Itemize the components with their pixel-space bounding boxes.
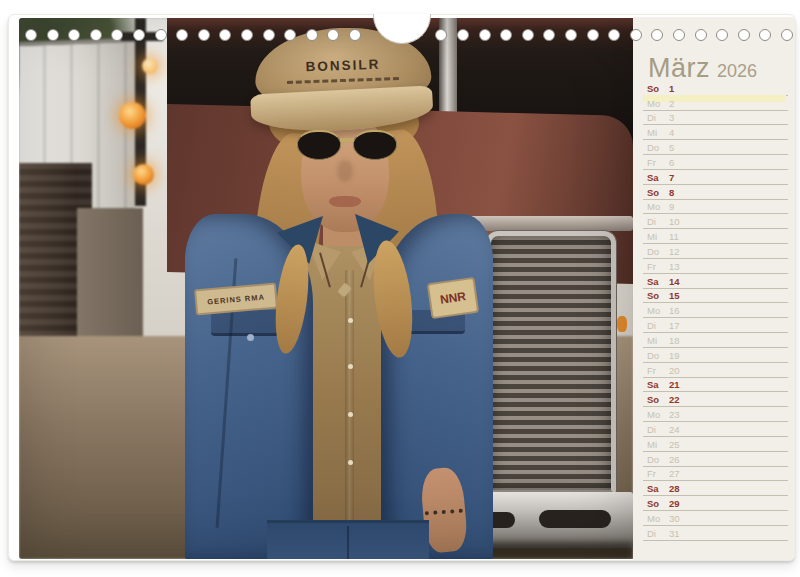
calendar-day-row: Do 26 bbox=[643, 452, 788, 467]
day-abbrev: Di bbox=[647, 425, 669, 435]
day-abbrev: Mi bbox=[647, 232, 669, 242]
day-number: 30 bbox=[669, 514, 687, 524]
calendar-day-row: Mo 16 bbox=[643, 303, 788, 318]
day-abbrev: Sa bbox=[647, 277, 669, 287]
binding-hole bbox=[349, 29, 361, 41]
day-number: 4 bbox=[669, 128, 687, 138]
year-label: 2026 bbox=[717, 61, 757, 81]
shirt-placket bbox=[345, 270, 354, 552]
calendar-day-row: Sa 21 bbox=[643, 378, 788, 393]
day-abbrev: So bbox=[647, 84, 669, 94]
day-abbrev: Mi bbox=[647, 336, 669, 346]
calendar-day-row: Di 17 bbox=[643, 318, 788, 333]
day-number: 31 bbox=[669, 529, 687, 539]
day-number: 5 bbox=[669, 143, 687, 153]
day-number: 14 bbox=[669, 277, 687, 287]
calendar-day-row: Sa 14 bbox=[643, 274, 788, 289]
binding-hole bbox=[630, 29, 642, 41]
day-abbrev: Di bbox=[647, 529, 669, 539]
calendar-day-row: Mi 11 bbox=[643, 229, 788, 244]
calendar-day-row: Di 24 bbox=[643, 422, 788, 437]
calendar-day-row: Mi 25 bbox=[643, 437, 788, 452]
day-number: 11 bbox=[669, 232, 687, 242]
day-abbrev: Mo bbox=[647, 514, 669, 524]
day-abbrev: Sa bbox=[647, 380, 669, 390]
calendar-day-row: Mo 30 bbox=[643, 511, 788, 526]
day-number: 2 bbox=[669, 99, 687, 109]
calendar-day-row: So 15 bbox=[643, 289, 788, 304]
day-number: 18 bbox=[669, 336, 687, 346]
binding-hole bbox=[673, 29, 685, 41]
sunglasses-icon bbox=[295, 128, 399, 164]
sunglasses-lens bbox=[353, 130, 397, 160]
day-number: 28 bbox=[669, 484, 687, 494]
binding-hole bbox=[198, 29, 210, 41]
day-number: 13 bbox=[669, 262, 687, 272]
day-number: 9 bbox=[669, 202, 687, 212]
day-abbrev: So bbox=[647, 188, 669, 198]
day-number: 21 bbox=[669, 380, 687, 390]
day-abbrev: Do bbox=[647, 143, 669, 153]
calendar-day-row: Sa 7 bbox=[643, 170, 788, 185]
sunglasses-bridge bbox=[340, 138, 354, 142]
calendar-day-row: Fr 6 bbox=[643, 155, 788, 170]
calendar-day-row: So 8 bbox=[643, 185, 788, 200]
binding-hole bbox=[738, 29, 750, 41]
calendar-day-row: Di 10 bbox=[643, 214, 788, 229]
binding-hole bbox=[306, 29, 318, 41]
binding-hole bbox=[133, 29, 145, 41]
day-abbrev: So bbox=[647, 395, 669, 405]
day-number: 29 bbox=[669, 499, 687, 509]
day-abbrev: So bbox=[647, 291, 669, 301]
calendar-day-row: Di 31 bbox=[643, 526, 788, 541]
day-number: 17 bbox=[669, 321, 687, 331]
binding-hole bbox=[457, 29, 469, 41]
day-abbrev: Sa bbox=[647, 484, 669, 494]
cap-text: BONSILR bbox=[269, 49, 418, 80]
calendar-day-row: Fr 27 bbox=[643, 467, 788, 482]
shirt-button bbox=[348, 318, 353, 323]
day-abbrev: Di bbox=[647, 321, 669, 331]
day-abbrev: Mo bbox=[647, 306, 669, 316]
day-number: 23 bbox=[669, 410, 687, 420]
binding-hole bbox=[587, 29, 599, 41]
day-abbrev: Mo bbox=[647, 99, 669, 109]
binding-hole bbox=[781, 29, 793, 41]
calendar-day-row: So 29 bbox=[643, 496, 788, 511]
day-number: 26 bbox=[669, 455, 687, 465]
day-number: 16 bbox=[669, 306, 687, 316]
binding-hole bbox=[25, 29, 37, 41]
day-abbrev: Mo bbox=[647, 410, 669, 420]
day-abbrev: Do bbox=[647, 247, 669, 257]
jacket-patch-right: NNR bbox=[427, 277, 480, 319]
binding-hole bbox=[695, 29, 707, 41]
month-title: März2026 bbox=[648, 53, 757, 84]
day-number: 12 bbox=[669, 247, 687, 257]
day-abbrev: Fr bbox=[647, 158, 669, 168]
day-number: 20 bbox=[669, 366, 687, 376]
shirt-button bbox=[348, 364, 353, 369]
day-abbrev: Mi bbox=[647, 128, 669, 138]
shirt-button bbox=[348, 460, 353, 465]
day-number: 22 bbox=[669, 395, 687, 405]
jacket-button bbox=[247, 334, 254, 341]
day-abbrev: Sa bbox=[647, 173, 669, 183]
day-number: 8 bbox=[669, 188, 687, 198]
calendar-day-row: Do 5 bbox=[643, 140, 788, 155]
calendar-day-row: Fr 20 bbox=[643, 363, 788, 378]
calendar-day-row: Do 19 bbox=[643, 348, 788, 363]
calendar-day-row: So 22 bbox=[643, 392, 788, 407]
binding-hole bbox=[155, 29, 167, 41]
calendar-day-row: Mi 18 bbox=[643, 333, 788, 348]
day-abbrev: Mo bbox=[647, 202, 669, 212]
calendar-day-row: Do 12 bbox=[643, 244, 788, 259]
binding-hole bbox=[47, 29, 59, 41]
woman: GERINS RMA NNR BONSILR bbox=[19, 18, 633, 559]
binding-hole bbox=[522, 29, 534, 41]
calendar-day-row: Mo 23 bbox=[643, 407, 788, 422]
planner-panel: März2026 So 1 Mo 2 Di 3 Mi 4 Do 5 Fr 6 S… bbox=[633, 17, 795, 560]
day-abbrev: Di bbox=[647, 113, 669, 123]
binding-hole bbox=[90, 29, 102, 41]
binding-hole bbox=[263, 29, 275, 41]
binding-hole bbox=[565, 29, 577, 41]
